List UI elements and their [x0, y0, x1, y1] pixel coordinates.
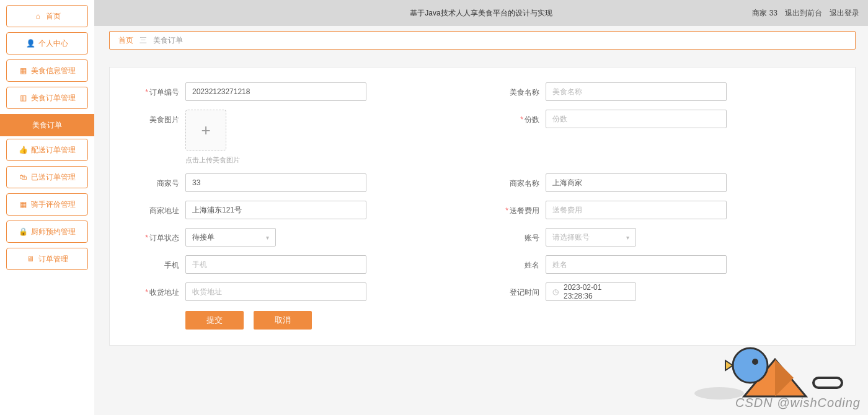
order-no-input[interactable] — [185, 82, 366, 101]
sidebar-item-order-mgmt[interactable]: 🖥 订单管理 — [6, 248, 88, 270]
sidebar-item-label: 厨师预约管理 — [31, 227, 76, 237]
name-input[interactable] — [546, 255, 727, 274]
sidebar-item-label: 订单管理 — [38, 254, 68, 264]
chevron-down-icon: ▾ — [626, 234, 629, 241]
phone-input[interactable] — [185, 255, 366, 274]
watermark: CSDN @wishCoding — [735, 396, 861, 410]
sidebar: ⌂ 首页 👤 个人中心 ▦ 美食信息管理 ▥ 美食订单管理 美食订单 👍 配送订… — [0, 0, 94, 415]
order-status-select[interactable]: 待接单 ▾ — [185, 228, 276, 247]
reg-time-input[interactable]: ◷ 2023-02-01 23:28:36 — [546, 282, 636, 301]
merchant-no-input[interactable] — [185, 173, 366, 192]
clock-icon: ◷ — [552, 287, 559, 296]
upload-hint: 点击上传美食图片 — [185, 155, 470, 165]
row-food-name: 美食名称 — [495, 82, 830, 101]
thumb-icon: 👍 — [19, 146, 27, 154]
account-select[interactable]: 请选择账号 ▾ — [546, 228, 636, 247]
submit-button[interactable]: 提交 — [185, 311, 244, 330]
merchant-name-input[interactable] — [546, 173, 727, 192]
row-reg-time: 登记时间 ◷ 2023-02-01 23:28:36 — [495, 282, 830, 301]
sidebar-item-label: 配送订单管理 — [31, 145, 76, 155]
home-icon: ⌂ — [33, 12, 42, 20]
sidebar-item-rider-review[interactable]: ▦ 骑手评价管理 — [6, 193, 88, 216]
row-qty: *份数 — [495, 110, 830, 165]
sidebar-item-profile[interactable]: 👤 个人中心 — [6, 32, 88, 55]
svg-point-2 — [752, 359, 758, 365]
breadcrumb: 首页 三 美食订单 — [109, 31, 856, 50]
sidebar-item-label: 已送订单管理 — [31, 172, 76, 183]
sidebar-item-label: 骑手评价管理 — [31, 199, 76, 210]
header-right: 商家 33 退出到前台 退出登录 — [752, 0, 859, 26]
sidebar-item-delivered-order[interactable]: 🛍 已送订单管理 — [6, 166, 88, 188]
chart-icon: ▥ — [19, 94, 27, 102]
sidebar-item-home[interactable]: ⌂ 首页 — [6, 5, 88, 27]
header-logout[interactable]: 退出登录 — [830, 8, 859, 19]
sidebar-item-food-order-mgmt[interactable]: ▥ 美食订单管理 — [6, 87, 88, 109]
svg-point-1 — [733, 348, 768, 383]
grid2-icon: ▦ — [19, 200, 27, 209]
plus-icon: + — [201, 121, 210, 140]
sidebar-item-food-info[interactable]: ▦ 美食信息管理 — [6, 59, 88, 82]
page-title: 基于Java技术人人享美食平台的设计与实现 — [410, 8, 552, 19]
form-panel: *订单编号 美食名称 美食图片 + 点击上传美食图片 *份数 商家号 商家名称 — [109, 67, 856, 346]
breadcrumb-current: 美食订单 — [153, 35, 183, 46]
sidebar-item-label: 首页 — [46, 11, 61, 22]
chevron-down-icon: ▾ — [266, 234, 269, 241]
header-user[interactable]: 商家 33 — [752, 8, 777, 19]
header-to-front[interactable]: 退出到前台 — [785, 8, 822, 19]
grid-icon: ▦ — [19, 66, 27, 75]
svg-point-0 — [694, 387, 744, 400]
cancel-button[interactable]: 取消 — [254, 311, 312, 330]
row-account: 账号 请选择账号 ▾ — [495, 228, 830, 247]
monitor-icon: 🖥 — [26, 255, 35, 263]
row-name: 姓名 — [495, 255, 830, 274]
row-recv-addr: *收货地址 — [135, 282, 470, 301]
food-name-input[interactable] — [546, 82, 727, 101]
sidebar-item-food-order[interactable]: 美食订单 — [0, 114, 94, 136]
row-food-image: 美食图片 + 点击上传美食图片 — [135, 110, 470, 165]
sidebar-item-chef-booking[interactable]: 🔒 厨师预约管理 — [6, 221, 88, 243]
recv-addr-input[interactable] — [185, 282, 366, 301]
breadcrumb-home[interactable]: 首页 — [118, 35, 133, 46]
row-order-status: *订单状态 待接单 ▾ — [135, 228, 470, 247]
row-merchant-addr: 商家地址 — [135, 201, 470, 219]
sidebar-item-label: 美食信息管理 — [31, 66, 76, 76]
row-merchant-no: 商家号 — [135, 173, 470, 192]
user-icon: 👤 — [26, 39, 35, 48]
row-merchant-name: 商家名称 — [495, 173, 830, 192]
lock-icon: 🔒 — [19, 227, 27, 236]
bag-icon: 🛍 — [19, 173, 27, 181]
merchant-addr-input[interactable] — [185, 201, 366, 219]
image-uploader[interactable]: + — [185, 110, 226, 151]
row-phone: 手机 — [135, 255, 470, 274]
sidebar-item-label: 美食订单 — [32, 120, 62, 131]
delivery-fee-input[interactable] — [546, 201, 727, 219]
sidebar-item-label: 美食订单管理 — [31, 93, 76, 103]
sidebar-item-label: 个人中心 — [38, 38, 68, 49]
form-actions: 提交 取消 — [185, 311, 830, 330]
row-order-no: *订单编号 — [135, 82, 470, 101]
qty-input[interactable] — [546, 110, 727, 128]
row-delivery-fee: *送餐费用 — [495, 201, 830, 219]
header-bar: 基于Java技术人人享美食平台的设计与实现 商家 33 退出到前台 退出登录 — [94, 0, 868, 26]
breadcrumb-sep: 三 — [140, 35, 147, 46]
sidebar-item-delivery-order[interactable]: 👍 配送订单管理 — [6, 139, 88, 161]
